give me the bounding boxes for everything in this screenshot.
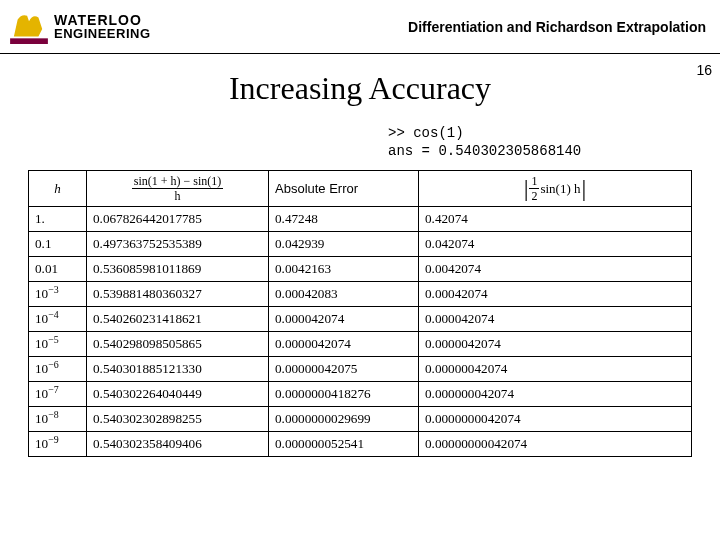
- f1-denominator: h: [175, 189, 181, 202]
- cell-abs-error: 0.00042083: [269, 282, 419, 307]
- f2-rest: sin(1) h: [540, 181, 580, 197]
- f2-denominator: 2: [531, 189, 537, 202]
- f1-numerator: sin(1 + h) − sin(1): [132, 175, 224, 189]
- cell-bound: 0.0000042074: [419, 332, 692, 357]
- cell-bound: 0.00000042074: [419, 357, 692, 382]
- cell-bound: 0.0042074: [419, 257, 692, 282]
- cell-bound: 0.00042074: [419, 282, 692, 307]
- cell-abs-error: 0.042939: [269, 232, 419, 257]
- cell-h: 10−8: [29, 407, 87, 432]
- table-row: 0.10.4973637525353890.0429390.042074: [29, 232, 692, 257]
- table-row: 10−40.5402602314186210.0000420740.000042…: [29, 307, 692, 332]
- table-row: 10−50.5402980985058650.00000420740.00000…: [29, 332, 692, 357]
- cell-h: 10−3: [29, 282, 87, 307]
- table-header-row: h sin(1 + h) − sin(1) h Absolute Error |…: [29, 171, 692, 207]
- cell-approx: 0.536085981011869: [87, 257, 269, 282]
- table-row: 10−70.5403022640404490.00000004182760.00…: [29, 382, 692, 407]
- cell-approx: 0.540301885121330: [87, 357, 269, 382]
- cell-abs-error: 0.0000000418276: [269, 382, 419, 407]
- header: WATERLOO ENGINEERING Differentiation and…: [0, 0, 720, 54]
- cell-h: 0.01: [29, 257, 87, 282]
- logo: WATERLOO ENGINEERING: [10, 10, 151, 44]
- cell-h: 10−6: [29, 357, 87, 382]
- svg-rect-0: [10, 38, 48, 44]
- col-formula-2: | 1 2 sin(1) h |: [419, 171, 692, 207]
- table-row: 10−80.5403023028982550.00000000296990.00…: [29, 407, 692, 432]
- page-number: 16: [696, 62, 712, 78]
- cell-approx: 0.539881480360327: [87, 282, 269, 307]
- cell-abs-error: 0.0042163: [269, 257, 419, 282]
- cell-h: 0.1: [29, 232, 87, 257]
- cell-bound: 0.000000042074: [419, 382, 692, 407]
- table-row: 10−30.5398814803603270.000420830.0004207…: [29, 282, 692, 307]
- code-line-2: ans = 0.540302305868140: [388, 143, 648, 161]
- cell-h: 10−5: [29, 332, 87, 357]
- table-row: 1.0.0678264420177850.472480.42074: [29, 207, 692, 232]
- col-formula-1: sin(1 + h) − sin(1) h: [87, 171, 269, 207]
- cell-bound: 0.0000000042074: [419, 407, 692, 432]
- cell-h: 1.: [29, 207, 87, 232]
- col-abs-error: Absolute Error: [269, 171, 419, 207]
- waterloo-logo-icon: [10, 10, 48, 44]
- cell-approx: 0.540302358409406: [87, 432, 269, 457]
- slide-subtitle: Differentiation and Richardson Extrapola…: [408, 19, 706, 35]
- cell-bound: 0.42074: [419, 207, 692, 232]
- table-row: 10−90.5403023584094060.0000000525410.000…: [29, 432, 692, 457]
- logo-line1: WATERLOO: [54, 13, 151, 27]
- col-h: h: [29, 171, 87, 207]
- code-line-1: >> cos(1): [388, 125, 648, 143]
- f2-numerator: 1: [529, 175, 539, 189]
- table-row: 0.010.5360859810118690.00421630.0042074: [29, 257, 692, 282]
- cell-h: 10−7: [29, 382, 87, 407]
- logo-line2: ENGINEERING: [54, 27, 151, 40]
- table-container: h sin(1 + h) − sin(1) h Absolute Error |…: [0, 170, 720, 457]
- cell-approx: 0.540302264040449: [87, 382, 269, 407]
- cell-h: 10−9: [29, 432, 87, 457]
- cell-abs-error: 0.000000052541: [269, 432, 419, 457]
- cell-approx: 0.497363752535389: [87, 232, 269, 257]
- cell-abs-error: 0.0000042074: [269, 332, 419, 357]
- cell-bound: 0.042074: [419, 232, 692, 257]
- logo-text: WATERLOO ENGINEERING: [54, 13, 151, 40]
- cell-abs-error: 0.47248: [269, 207, 419, 232]
- cell-approx: 0.067826442017785: [87, 207, 269, 232]
- cell-abs-error: 0.000042074: [269, 307, 419, 332]
- cell-bound: 0.00000000042074: [419, 432, 692, 457]
- cell-approx: 0.540302302898255: [87, 407, 269, 432]
- table-row: 10−60.5403018851213300.000000420750.0000…: [29, 357, 692, 382]
- page-title: Increasing Accuracy: [0, 70, 720, 107]
- data-table: h sin(1 + h) − sin(1) h Absolute Error |…: [28, 170, 692, 457]
- cell-abs-error: 0.00000042075: [269, 357, 419, 382]
- cell-approx: 0.540298098505865: [87, 332, 269, 357]
- cell-abs-error: 0.0000000029699: [269, 407, 419, 432]
- code-block: >> cos(1) ans = 0.540302305868140: [388, 125, 648, 160]
- cell-approx: 0.540260231418621: [87, 307, 269, 332]
- cell-bound: 0.000042074: [419, 307, 692, 332]
- cell-h: 10−4: [29, 307, 87, 332]
